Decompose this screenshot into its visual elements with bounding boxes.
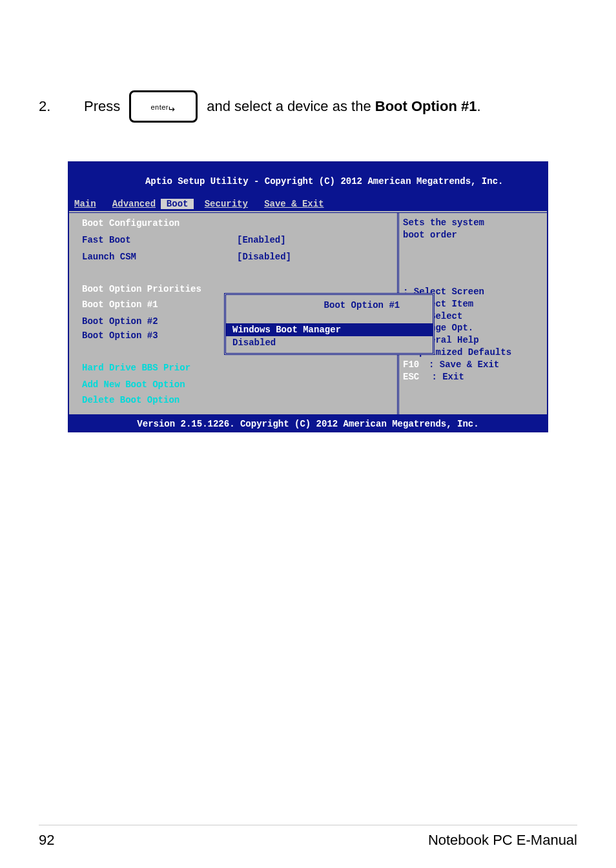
legend-f10-key: F10	[403, 359, 429, 371]
legend-exit: : Exit	[431, 371, 464, 383]
boot-option-popup: Boot Option #1 Windows Boot Manager Disa…	[224, 293, 435, 355]
bios-title-text: Aptio Setup Utility - Copyright (C) 2012…	[145, 176, 504, 187]
tab-advanced[interactable]: Advanced	[112, 199, 156, 209]
help-text: Sets the system boot order	[403, 217, 542, 240]
legend-esc-key: ESC	[403, 371, 426, 383]
enter-key-label: enter	[150, 103, 169, 111]
boot-option-3-label[interactable]: Boot Option #3	[82, 330, 237, 341]
boot-option-ref: Boot Option #1	[375, 98, 477, 114]
boot-configuration-heading: Boot Configuration	[82, 218, 237, 228]
return-arrow-icon: ↵	[167, 104, 175, 114]
enter-key-icon: enter ↵	[129, 90, 198, 123]
popup-item-windows-boot-manager[interactable]: Windows Boot Manager	[226, 323, 433, 336]
hard-drive-bbs[interactable]: Hard Drive BBS Prior	[82, 363, 190, 373]
step-number: 2.	[39, 98, 58, 115]
tab-security[interactable]: Security	[205, 199, 248, 209]
boot-option-2-label[interactable]: Boot Option #2	[82, 316, 237, 327]
help-line-1: Sets the system	[403, 217, 542, 228]
bios-tab-bar: Main Advanced Boot Security Save & Exit	[69, 199, 547, 210]
text-press: Press	[84, 98, 120, 115]
fast-boot-label: Fast Boot	[82, 235, 237, 245]
popup-item-disabled[interactable]: Disabled	[226, 336, 433, 349]
footer-divider	[39, 825, 577, 825]
tab-main[interactable]: Main	[74, 199, 96, 209]
instruction-line: 2. Press enter ↵ and select a device as …	[39, 90, 577, 123]
bios-left-panel: Boot Configuration Fast Boot [Enabled] L…	[69, 213, 397, 414]
boot-option-1-label: Boot Option #1	[82, 299, 237, 310]
text-after: and select a device as the	[207, 98, 375, 114]
bios-footer: Version 2.15.1226. Copyright (C) 2012 Am…	[69, 414, 547, 431]
popup-title: Boot Option #1	[226, 288, 433, 323]
legend-select: Select	[430, 310, 462, 323]
page-footer: 92 Notebook PC E-Manual	[0, 825, 616, 849]
boot-option-priorities-heading: Boot Option Priorities	[82, 284, 237, 294]
bios-screenshot: Aptio Setup Utility - Copyright (C) 2012…	[68, 161, 548, 432]
tab-save-exit[interactable]: Save & Exit	[264, 199, 323, 209]
document-title: Notebook PC E-Manual	[428, 832, 577, 849]
period: .	[477, 98, 480, 114]
tab-boot[interactable]: Boot	[161, 199, 193, 209]
bios-title: Aptio Setup Utility - Copyright (C) 2012…	[69, 163, 547, 199]
launch-csm-value[interactable]: [Disabled]	[237, 252, 291, 262]
bios-body: Boot Configuration Fast Boot [Enabled] L…	[69, 210, 547, 414]
add-new-boot-option[interactable]: Add New Boot Option	[82, 379, 185, 390]
legend-save-exit: : Save & Exit	[429, 359, 499, 371]
delete-boot-option[interactable]: Delete Boot Option	[82, 395, 180, 405]
fast-boot-value[interactable]: [Enabled]	[237, 235, 286, 245]
help-line-2: boot order	[403, 229, 542, 241]
page-number: 92	[39, 832, 54, 849]
launch-csm-label: Launch CSM	[82, 252, 237, 262]
